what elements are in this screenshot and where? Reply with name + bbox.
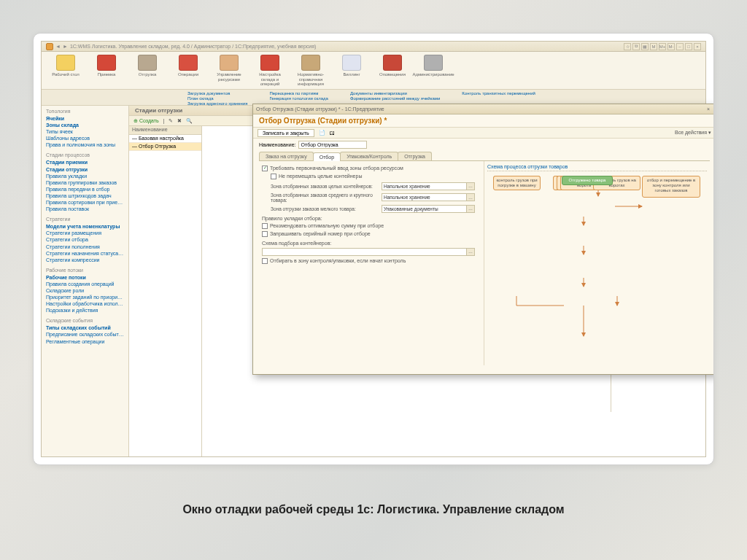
toolbar-icon-search[interactable]: 🔍	[186, 118, 193, 124]
ribbon-link[interactable]: Переоценка по партиям	[269, 91, 328, 96]
ribbon-item[interactable]: Отгрузка	[129, 55, 166, 77]
save-close-button[interactable]: Записать и закрыть	[258, 129, 314, 137]
nav-fwd-icon[interactable]: ►	[63, 44, 68, 49]
ribbon-label: Операции	[178, 72, 198, 77]
sidebar-link[interactable]: Регламентные операции	[46, 338, 124, 345]
sidebar-link[interactable]: Стратегии компрессии	[46, 257, 124, 263]
sidebar-link[interactable]: Модели учета номенклатуры	[46, 223, 124, 230]
modal-toolbar-icon-1[interactable]: 📄	[319, 130, 325, 136]
ribbon-item[interactable]: Оповещения	[374, 55, 411, 77]
tab[interactable]: Отбор	[313, 152, 341, 161]
modal-toolbar-icon-2[interactable]: 🕮	[330, 131, 335, 136]
sidebar-link[interactable]: Настройки обработчика исполнения	[46, 300, 124, 307]
titlebar: ◄ ► 1С:WMS Логистика. Управление складом…	[42, 42, 705, 52]
ribbon-item[interactable]: Управление ресурсами	[211, 55, 247, 82]
ribbon-icon	[260, 55, 279, 71]
ribbon-item[interactable]: Операции	[170, 55, 206, 77]
checkbox-4[interactable]	[262, 231, 268, 237]
sidebar-link[interactable]: Приоритет заданий по приоритету	[46, 294, 124, 300]
flow-column: Схема процесса отгрузки товаров	[484, 161, 710, 365]
sidebar-link[interactable]: Правила сортировки при приемке	[46, 199, 124, 206]
field-input[interactable]: Упакованные документы…	[382, 205, 475, 213]
ribbon-label: Нормативно-справочная информация	[293, 72, 329, 87]
ribbon-item[interactable]: Нормативно-справочная информация	[293, 55, 329, 87]
list-row[interactable]: — Отбор Отгрузка	[129, 143, 201, 151]
sidebar-link[interactable]: Стратегии назначения статуса товара	[46, 250, 124, 257]
field-label: Зона отобранных заказов среднего и крупн…	[271, 192, 380, 203]
toolbar-icon-del[interactable]: ✖	[177, 118, 182, 124]
sidebar-link[interactable]: Шаблоны адресов	[46, 135, 124, 141]
ribbon-item[interactable]: Настройка склада и операций	[252, 55, 288, 87]
ribbon-link[interactable]: План склада	[187, 96, 247, 101]
ribbon-link[interactable]: Генерация топологии склада	[269, 96, 328, 101]
sidebar-link[interactable]: Стратегии отбора	[46, 236, 124, 243]
sidebar-link[interactable]: Типы складских событий	[46, 324, 124, 331]
tab[interactable]: Упаковка/Контроль	[340, 152, 398, 160]
toolbar-icon-edit[interactable]: ✎	[169, 118, 173, 124]
ribbon-icon	[56, 55, 75, 71]
checkbox-1[interactable]	[262, 166, 268, 171]
modal-body: Наименование: Заказ на отгрузкуОтборУпак…	[253, 138, 714, 374]
list-row[interactable]: — Базовая настройка	[129, 135, 201, 143]
dropdown-icon[interactable]: …	[466, 249, 474, 255]
flow-n5-body: контроль грузов при погрузке в машину	[493, 176, 541, 190]
ribbon-icon	[424, 55, 443, 71]
field-input[interactable]: Напольное хранение…	[382, 182, 475, 190]
sidebar-link[interactable]: Ячейки	[46, 115, 124, 122]
ribbon-item[interactable]: Рабочий стол	[47, 55, 84, 77]
close-icon[interactable]: ×	[694, 43, 701, 50]
sidebar-link[interactable]: Подсказки и действия	[46, 307, 124, 314]
checkbox-5[interactable]	[262, 258, 268, 264]
tab[interactable]: Отгрузка	[398, 152, 432, 160]
ribbon-link[interactable]: Контроль транзитных перемещений	[462, 91, 535, 96]
titlebar-text: 1С:WMS Логистика. Управление складом, ре…	[70, 44, 317, 49]
sidebar-link[interactable]: Правила штрихкодов задач	[46, 192, 124, 199]
sidebar-link[interactable]: Стадии отгрузки	[46, 166, 124, 173]
ribbon-item[interactable]: Администрирование	[415, 55, 452, 77]
container-scheme-input[interactable]: …	[262, 248, 475, 256]
sidebar-link[interactable]: Стратегии размещения	[46, 230, 124, 236]
sidebar-link[interactable]: Складские роли	[46, 287, 124, 294]
title-icon-4[interactable]: M	[650, 43, 657, 50]
title-icon-2[interactable]: ⧉	[632, 43, 640, 50]
maximize-icon[interactable]: □	[685, 43, 692, 50]
sidebar-link[interactable]: Стратегии пополнения	[46, 244, 124, 250]
checkbox-3[interactable]	[262, 223, 268, 229]
sidebar-link[interactable]: Правила передачи в отбор	[46, 186, 124, 192]
sidebar: ТопологияЯчейкиЗоны складаТипы ячеекШабл…	[42, 106, 129, 456]
sidebar-link[interactable]: Рабочие потоки	[46, 274, 124, 281]
tab[interactable]: Заказ на отгрузку	[259, 152, 314, 160]
create-button[interactable]: ⊕ Создать	[133, 118, 159, 124]
dropdown-icon[interactable]: …	[466, 183, 474, 190]
sidebar-link[interactable]: Зоны склада	[46, 122, 124, 128]
ribbon-item[interactable]: Приемка	[88, 55, 125, 77]
field-input[interactable]: Напольное хранение…	[382, 193, 475, 201]
title-icon-5[interactable]: M+	[659, 43, 666, 50]
checkbox-2[interactable]	[271, 174, 276, 179]
ribbon-link[interactable]: Документы инвентаризации	[350, 91, 440, 96]
ribbon-item[interactable]: Биллинг	[333, 55, 370, 77]
ribbon-link[interactable]: Загрузка документов	[187, 91, 247, 96]
ribbon-label: Биллинг	[343, 72, 360, 77]
modal-all-actions[interactable]: Все действия ▾	[675, 130, 711, 136]
sidebar-link[interactable]: Правила укладки	[46, 173, 124, 179]
nav-back-icon[interactable]: ◄	[55, 44, 61, 49]
name-input[interactable]	[298, 141, 367, 149]
ribbon-link[interactable]: Формирование расстояний между ячейками	[350, 96, 440, 101]
dropdown-icon[interactable]: …	[466, 206, 474, 212]
minimize-icon[interactable]: –	[676, 43, 684, 50]
modal-close-icon[interactable]: ×	[704, 106, 713, 112]
sidebar-link[interactable]: Стадии приемки	[46, 159, 124, 166]
sidebar-link[interactable]: Права и полномочия на зоны	[46, 141, 124, 148]
list-header: Наименование	[129, 126, 201, 135]
sidebar-link[interactable]: Правила создания операций	[46, 281, 124, 287]
sidebar-link[interactable]: Типы ячеек	[46, 128, 124, 135]
title-icon-3[interactable]: ▦	[641, 43, 649, 50]
sidebar-link[interactable]: Предписание складских событий	[46, 331, 124, 338]
sidebar-link[interactable]: Правила поставок	[46, 206, 124, 212]
title-icon-1[interactable]: ☆	[624, 43, 631, 50]
title-icon-6[interactable]: M-	[667, 43, 675, 50]
ribbon-icon	[342, 55, 361, 71]
sidebar-link[interactable]: Правила группировки заказов	[46, 179, 124, 186]
dropdown-icon[interactable]: …	[466, 194, 474, 201]
